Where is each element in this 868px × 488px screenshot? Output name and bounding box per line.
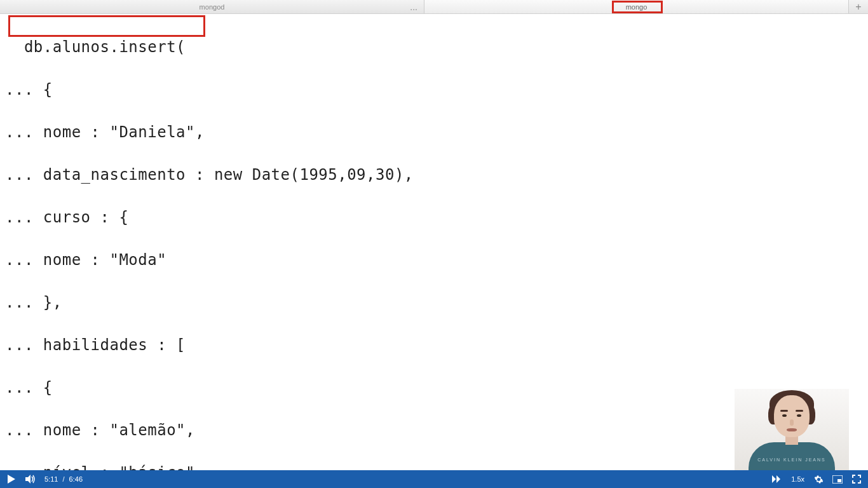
settings-button[interactable] [813, 474, 824, 484]
presenter-shirt [749, 442, 835, 471]
tab-mongod[interactable]: mongod ... [0, 0, 424, 13]
tab-bar: mongod ... mongo + [0, 0, 868, 14]
plus-icon: + [855, 1, 861, 13]
presenter-video-thumbnail: CALVIN KLEIN JEANS [735, 389, 849, 471]
terminal-line: ... data_nascimento : new Date(1995,09,3… [5, 165, 863, 186]
volume-button[interactable] [25, 474, 36, 484]
svg-rect-5 [837, 479, 841, 482]
time-display: 5:11 / 6:46 [44, 475, 83, 483]
terminal-line: ... { [5, 79, 863, 101]
fullscreen-button[interactable] [851, 474, 862, 484]
ellipsis-icon[interactable]: ... [410, 2, 417, 12]
terminal-line: db.alunos.insert( [5, 37, 863, 58]
presenter-shirt-text: CALVIN KLEIN JEANS [735, 458, 849, 462]
terminal-line: ... habilidades : [ [5, 335, 863, 356]
tab-mongo[interactable]: mongo [424, 0, 849, 13]
svg-marker-3 [776, 475, 780, 483]
play-button[interactable] [6, 474, 17, 484]
tab-label: mongod [200, 3, 225, 11]
terminal-line: ... nome : "Daniela", [5, 122, 863, 144]
terminal-line: ... nome : "Moda" [5, 250, 863, 271]
new-tab-button[interactable]: + [849, 0, 868, 13]
current-time: 5:11 [44, 475, 58, 483]
terminal-line: ... curso : { [5, 207, 863, 229]
svg-marker-1 [25, 475, 31, 484]
time-separator: / [62, 475, 64, 483]
pip-button[interactable] [832, 474, 843, 484]
video-controls: 5:11 / 6:46 1.5x [0, 470, 868, 488]
skip-button[interactable] [772, 474, 782, 484]
svg-marker-0 [8, 475, 15, 484]
tab-label: mongo [626, 3, 648, 11]
terminal-line: ... }, [5, 292, 863, 314]
svg-marker-2 [772, 475, 776, 483]
total-time: 6:46 [69, 475, 83, 483]
playback-speed[interactable]: 1.5x [791, 475, 804, 483]
